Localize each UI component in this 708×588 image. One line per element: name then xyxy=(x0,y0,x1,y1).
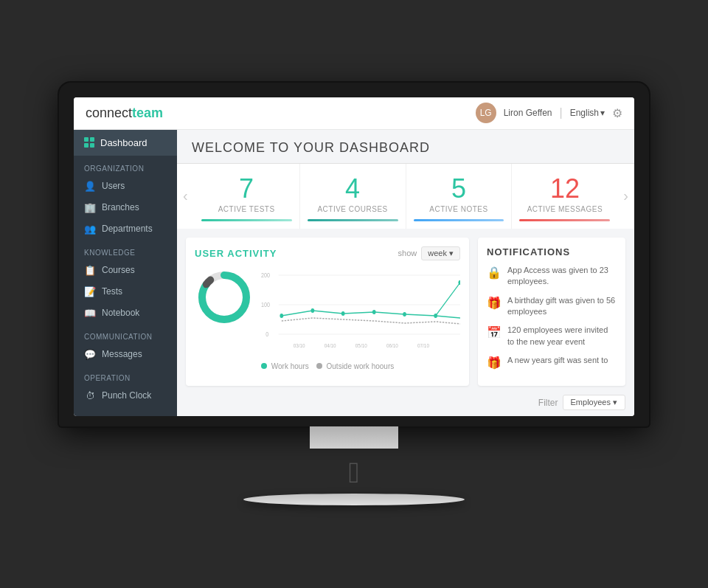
svg-text:0: 0 xyxy=(266,331,268,338)
sidebar-section-communication: Communication xyxy=(74,324,177,344)
sidebar-label-courses: Courses xyxy=(102,265,135,275)
legend-dot-work xyxy=(261,363,267,369)
notif-text-4: A new years gift was sent to xyxy=(507,355,608,366)
legend-work: Work hours xyxy=(261,362,309,370)
sidebar-item-tests[interactable]: 📝 Tests xyxy=(74,281,177,302)
show-label: show xyxy=(398,249,417,257)
sidebar-item-branches[interactable]: 🏢 Branches xyxy=(74,197,177,218)
language-label: English xyxy=(570,108,599,118)
page-header: WELCOME TO YOUR DASHBOARD xyxy=(177,130,634,164)
logo-connect: connect xyxy=(86,106,132,120)
monitor-base xyxy=(243,494,465,505)
line-chart-svg: 200 100 0 xyxy=(261,268,460,356)
svg-point-13 xyxy=(403,312,406,317)
legend-outside-label: Outside work hoours xyxy=(327,362,395,370)
top-right-controls: LG Liron Geffen | English ▾ ⚙ xyxy=(476,103,622,123)
stat-active-notes: 5 ACTIVE NOTES xyxy=(406,164,513,229)
language-arrow: ▾ xyxy=(600,108,605,118)
notif-text-1: App Access was given to 23 employees. xyxy=(507,265,617,288)
sidebar-label-users: Users xyxy=(102,181,125,191)
stat-label-messages: ACTIVE MESSAGES xyxy=(519,205,610,213)
notebook-icon: 📖 xyxy=(84,308,96,319)
messages-icon: 💬 xyxy=(84,349,96,360)
activity-body: 200 100 0 xyxy=(195,268,460,370)
main-layout: Dashboard Organization 👤 Users 🏢 Branche… xyxy=(74,130,634,416)
stat-number-tests: 7 xyxy=(201,176,292,202)
stat-label-tests: ACTIVE TESTS xyxy=(201,205,292,213)
monitor-bezel: connectteam LG Liron Geffen | English ▾ … xyxy=(59,83,649,426)
monitor-wrapper: connectteam LG Liron Geffen | English ▾ … xyxy=(59,83,649,505)
svg-text:06/10: 06/10 xyxy=(386,342,398,349)
clock-icon: ⏱ xyxy=(84,390,96,401)
activity-title: USER ACTIVITY xyxy=(195,248,277,259)
sidebar-item-departments[interactable]: 👥 Departments xyxy=(74,218,177,240)
bottom-section: USER ACTIVITY show week ▾ xyxy=(177,229,634,395)
sidebar-item-messages[interactable]: 💬 Messages xyxy=(74,344,177,365)
sidebar-item-courses[interactable]: 📋 Courses xyxy=(74,260,177,281)
apple-logo:  xyxy=(349,456,360,489)
notif-item-2: 🎁 A birthday gift was given to 56 employ… xyxy=(487,295,617,318)
sidebar-label-notebook: Notebook xyxy=(102,308,139,318)
svg-point-9 xyxy=(280,314,283,318)
legend-work-label: Work hours xyxy=(271,362,309,370)
svg-text:03/10: 03/10 xyxy=(294,342,305,349)
content-area: WELCOME TO YOUR DASHBOARD ‹ 7 ACTIVE TES… xyxy=(177,130,634,416)
logo-team: team xyxy=(132,106,163,120)
stat-active-courses: 4 ACTIVE COURSES xyxy=(300,164,406,229)
language-selector[interactable]: English ▾ xyxy=(570,108,605,118)
stat-label-notes: ACTIVE NOTES xyxy=(414,205,504,213)
avatar: LG xyxy=(476,103,496,123)
period-selector[interactable]: week ▾ xyxy=(421,246,460,260)
sidebar-item-notebook[interactable]: 📖 Notebook xyxy=(74,302,177,324)
app-logo: connectteam xyxy=(86,106,163,121)
notif-item-3: 📅 120 employees were invited to the new … xyxy=(487,325,617,347)
line-chart-area: 200 100 0 xyxy=(261,268,460,370)
svg-point-11 xyxy=(341,311,345,316)
branches-icon: 🏢 xyxy=(84,202,96,213)
bottom-row: Filter Employees ▾ xyxy=(177,395,634,416)
sidebar-section-organization: Organization xyxy=(74,156,177,176)
stat-active-messages: 12 ACTIVE MESSAGES xyxy=(512,164,617,229)
notif-text-3: 120 employees were invited to the new ye… xyxy=(507,325,617,347)
notif-item-4: 🎁 A new years gift was sent to xyxy=(487,355,617,370)
notifications-title: NOTIFICATIONS xyxy=(487,246,617,257)
svg-text:05/10: 05/10 xyxy=(355,342,367,349)
chart-legend: Work hours Outside work hoours xyxy=(261,362,460,370)
departments-icon: 👥 xyxy=(84,224,96,235)
stat-bar-tests xyxy=(201,219,292,221)
sidebar-item-punch-clock[interactable]: ⏱ Punch Clock xyxy=(74,385,177,407)
sidebar-section-operation: Operation xyxy=(74,365,177,385)
sidebar-label-messages: Messages xyxy=(102,349,142,359)
prev-arrow[interactable]: ‹ xyxy=(177,187,194,204)
stat-bar-messages xyxy=(519,219,610,221)
notif-icon-1: 🔒 xyxy=(487,266,502,280)
stat-number-courses: 4 xyxy=(308,176,398,202)
activity-panel: USER ACTIVITY show week ▾ xyxy=(186,238,469,386)
grid-icon xyxy=(84,137,94,148)
sidebar-item-dashboard[interactable]: Dashboard xyxy=(74,130,177,156)
user-name-label: Liron Geffen xyxy=(504,108,552,118)
svg-point-12 xyxy=(372,310,376,314)
sidebar-item-users[interactable]: 👤 Users xyxy=(74,176,177,197)
next-arrow[interactable]: › xyxy=(617,187,634,204)
sidebar-section-knowledge: Knowledge xyxy=(74,240,177,260)
stat-bar-courses xyxy=(308,219,398,221)
notif-item-1: 🔒 App Access was given to 23 employees. xyxy=(487,265,617,288)
notif-icon-4: 🎁 xyxy=(487,356,502,370)
filter-button[interactable]: Employees ▾ xyxy=(563,395,625,410)
legend-dot-outside xyxy=(316,363,322,369)
tests-icon: 📝 xyxy=(84,286,96,297)
stat-active-tests: 7 ACTIVE TESTS xyxy=(194,164,300,229)
sidebar-label-punch-clock: Punch Clock xyxy=(102,390,151,401)
svg-text:07/10: 07/10 xyxy=(417,342,429,349)
courses-icon: 📋 xyxy=(84,265,96,276)
svg-text:200: 200 xyxy=(261,271,270,279)
screen: connectteam LG Liron Geffen | English ▾ … xyxy=(74,97,634,416)
stat-bar-notes xyxy=(414,219,504,221)
top-bar: connectteam LG Liron Geffen | English ▾ … xyxy=(74,97,634,130)
settings-icon[interactable]: ⚙ xyxy=(612,106,622,120)
notif-text-2: A birthday gift was given to 56 employee… xyxy=(507,295,617,318)
donut-chart xyxy=(195,268,254,327)
sidebar-label-departments: Departments xyxy=(102,224,153,234)
stat-number-messages: 12 xyxy=(519,176,610,202)
